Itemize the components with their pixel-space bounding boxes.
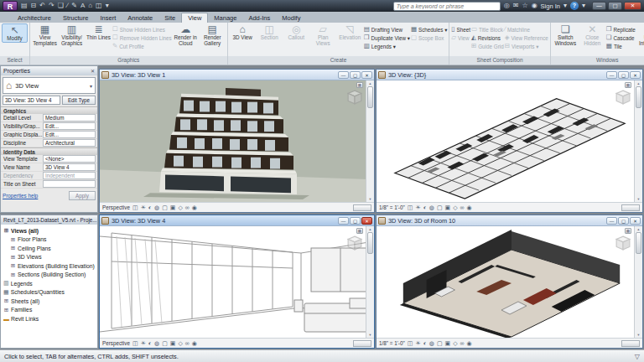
scroll-up-icon[interactable]: ▴ <box>369 227 371 231</box>
vertical-scrollbar[interactable]: ▴ ▾ <box>366 80 374 202</box>
render-dialog-icon[interactable]: ◍ <box>429 339 434 348</box>
help-dropdown-icon[interactable]: ▾ <box>582 1 585 11</box>
viewport-title-bar[interactable]: 3D View: 3D View 4 — ▢ ✕ <box>100 215 374 226</box>
visibility-graphics-button[interactable]: ▥ Visibility/ Graphics <box>59 23 85 47</box>
property-value[interactable]: Medium <box>43 114 96 122</box>
viewport-maximize-button[interactable]: ▢ <box>350 71 361 79</box>
crop-region-icon[interactable]: ▣ <box>445 204 451 212</box>
undo-icon[interactable]: ↶ <box>39 1 45 11</box>
project-browser-header[interactable]: Revit_LT_2013-Dataset_V5.rvt - Proje... <box>1 215 97 225</box>
revisions-button[interactable]: ◭ Revisions <box>471 34 504 41</box>
expand-icon[interactable]: ⊞ <box>10 262 16 269</box>
viewport-canvas[interactable]: ▦ ▴ ▾ <box>377 80 642 202</box>
lock-3d-view-icon[interactable]: ◇ <box>453 204 457 212</box>
save-icon[interactable]: ⊟ <box>31 1 37 11</box>
viewport-close-button[interactable]: ✕ <box>361 217 372 225</box>
communication-center-icon[interactable]: ✉ <box>513 1 519 11</box>
modify-button[interactable]: ↖ Modify <box>2 23 28 43</box>
property-value[interactable] <box>43 180 96 188</box>
properties-help-link[interactable]: Properties help <box>3 193 38 199</box>
view-templates-button[interactable]: ▦ View Templates <box>32 23 58 47</box>
scrollbar-thumb[interactable] <box>367 232 373 254</box>
tree-item-families[interactable]: ⊞ Families <box>3 306 97 315</box>
expand-icon[interactable]: ⊞ <box>3 307 9 313</box>
filter-icon[interactable]: ▽ <box>635 353 640 360</box>
render-gallery-button[interactable]: ▤ Render Gallery <box>200 23 226 47</box>
tab-site[interactable]: Site <box>158 13 181 23</box>
tab-annotate[interactable]: Annotate <box>122 13 158 23</box>
tile-button[interactable]: ▦ Tile <box>606 43 636 49</box>
viewport-title-bar[interactable]: 3D View: 3D View 1 — ▢ ✕ <box>100 70 374 80</box>
navigation-bar-icon[interactable]: ▦ <box>356 228 363 234</box>
tree-item-legends[interactable]: ▥ Legends <box>3 279 97 288</box>
scroll-down-icon[interactable]: ▾ <box>637 197 639 201</box>
redo-icon[interactable]: ↷ <box>49 1 55 11</box>
crop-view-icon[interactable]: ▢ <box>437 204 443 212</box>
visual-style-icon[interactable]: ◫ <box>132 339 138 348</box>
sun-path-icon[interactable]: ☀ <box>415 339 420 348</box>
type-selector[interactable]: ⌂ 3D View ▾ <box>3 77 96 94</box>
hide-isolate-icon[interactable]: ∞ <box>185 339 190 348</box>
horizontal-scrollbar[interactable] <box>353 204 371 211</box>
restore-button[interactable]: ▢ <box>608 2 622 10</box>
view-cube[interactable] <box>347 90 362 105</box>
default-3d-view-icon[interactable]: ⌂ <box>88 1 92 11</box>
hide-isolate-icon[interactable]: ∞ <box>460 204 465 212</box>
sun-path-icon[interactable]: ☀ <box>415 204 420 212</box>
tree-item-views-all[interactable]: ⊞ Views (all) <box>3 226 97 235</box>
view-cube[interactable] <box>615 235 631 251</box>
visual-style-icon[interactable]: ◫ <box>132 204 138 212</box>
scroll-up-icon[interactable]: ▴ <box>637 81 639 85</box>
apply-button[interactable]: Apply <box>69 191 96 200</box>
user-icon[interactable]: ◉ <box>532 1 538 11</box>
schedules-button[interactable]: ▦ Schedules ▾ <box>411 26 447 33</box>
edit-type-button[interactable]: Edit Type <box>62 96 96 105</box>
vertical-scrollbar[interactable]: ▴ ▾ <box>634 80 642 202</box>
view-cube[interactable] <box>615 90 631 105</box>
legends-button[interactable]: ▥ Legends ▾ <box>364 43 410 49</box>
horizontal-scrollbar[interactable] <box>621 340 640 347</box>
tab-modify[interactable]: Modify <box>276 13 306 23</box>
lock-3d-view-icon[interactable]: ◇ <box>453 339 457 348</box>
view-cube[interactable] <box>347 235 362 251</box>
tab-structure[interactable]: Structure <box>57 13 94 23</box>
duplicate-view-button[interactable]: ❐ Duplicate View ▾ <box>364 34 410 41</box>
crop-view-icon[interactable]: ▢ <box>162 204 168 212</box>
sun-path-icon[interactable]: ☀ <box>141 204 146 212</box>
viewport-maximize-button[interactable]: ▢ <box>618 71 629 79</box>
tree-item-ceiling-plans[interactable]: ⊞ Ceiling Plans <box>3 244 97 253</box>
lock-3d-view-icon[interactable]: ◇ <box>178 339 182 348</box>
sun-path-icon[interactable]: ☀ <box>141 339 146 348</box>
visual-style-icon[interactable]: ◫ <box>408 339 413 348</box>
switch-windows-button[interactable]: ❏ Switch Windows <box>553 23 579 47</box>
tab-view[interactable]: View <box>181 13 208 23</box>
tree-item-elevations[interactable]: ⊞ Elevations (Building Elevation) <box>3 261 97 271</box>
chevron-down-icon[interactable]: ▾ <box>90 83 92 89</box>
scroll-up-icon[interactable]: ▴ <box>369 81 371 85</box>
expand-icon[interactable]: ⊞ <box>10 245 16 251</box>
thin-lines-button[interactable]: ≣ Thin Lines <box>86 23 112 41</box>
visual-style-icon[interactable]: ◫ <box>408 204 413 212</box>
expand-icon[interactable]: ⊞ <box>10 236 16 243</box>
viewport-minimize-button[interactable]: — <box>338 217 349 225</box>
render-dialog-icon[interactable]: ◍ <box>154 204 159 212</box>
expand-icon[interactable]: ⊞ <box>10 272 16 278</box>
qat-customize-icon[interactable]: ▾ <box>106 1 109 11</box>
hide-isolate-icon[interactable]: ∞ <box>185 204 190 212</box>
viewport-maximize-button[interactable]: ▢ <box>350 217 361 225</box>
tree-item-schedules[interactable]: ▦ Schedules/Quantities <box>3 288 97 297</box>
shadows-icon[interactable]: ◐ <box>423 204 427 212</box>
tree-item-sections[interactable]: ⊞ Sections (Building Section) <box>3 271 97 280</box>
crop-region-icon[interactable]: ▣ <box>170 339 176 348</box>
expand-icon[interactable]: ⊞ <box>3 297 9 304</box>
vertical-scrollbar[interactable]: ▴ ▾ <box>366 226 374 338</box>
reveal-hidden-icon[interactable]: ◉ <box>192 339 197 348</box>
sign-in-button[interactable]: Sign In <box>541 3 560 10</box>
sign-in-dropdown-icon[interactable]: ▾ <box>564 1 567 11</box>
viewport-canvas[interactable]: ▦ ▴ ▾ <box>100 80 374 202</box>
property-value[interactable]: Edit... <box>43 131 96 138</box>
properties-header[interactable]: Properties ✕ <box>1 66 97 75</box>
tree-item-3d-views[interactable]: ⊞ 3D Views <box>3 253 97 262</box>
viewport-title-bar[interactable]: 3D View: 3D of Room 10 — ▢ ✕ <box>377 215 642 226</box>
tree-item-revit-links[interactable]: ▬ Revit Links <box>3 314 97 323</box>
